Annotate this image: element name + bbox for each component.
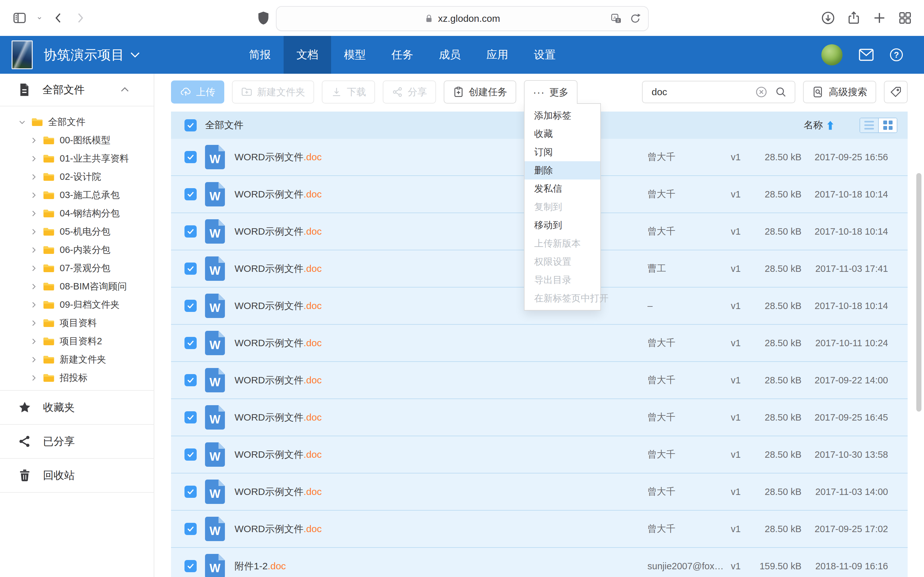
sidebar-dropdown-icon[interactable] [36,15,43,21]
row-checkbox[interactable] [184,560,197,572]
chevron-right-icon[interactable] [29,319,38,327]
file-row[interactable]: W WORD示例文件.doc 曾大千 v1 28.50 kB 2017-09-2… [171,511,908,548]
chevron-right-icon[interactable] [29,210,38,218]
privacy-shield-icon[interactable] [255,10,271,26]
create-task-button[interactable]: 创建任务 [444,81,516,103]
chevron-down-icon[interactable] [18,118,26,126]
file-row[interactable]: W WORD示例文件.doc 曾大千 v1 28.50 kB 2017-10-1… [171,325,908,362]
upload-button[interactable]: 上传 [171,81,224,103]
sidebar-toggle-icon[interactable] [12,11,27,25]
menu-item[interactable]: 添加标签 [525,106,600,125]
tree-folder-item[interactable]: 招投标 [0,369,153,387]
chevron-right-icon[interactable] [29,264,38,272]
file-row[interactable]: W WORD示例文件.doc 曾大千 v1 28.50 kB 2017-11-0… [171,474,908,511]
search-input[interactable] [643,86,755,98]
file-row[interactable]: W WORD示例文件.doc 曾大千 v1 28.50 kB 2017-09-2… [171,362,908,399]
translate-icon[interactable]: A文 [610,13,622,24]
clear-search-icon[interactable] [755,85,768,98]
tree-folder-item[interactable]: 03-施工总承包 [0,186,153,204]
download-button[interactable]: 下载 [322,81,375,103]
menu-item[interactable]: 在新标签页中打开 [525,289,600,308]
user-avatar[interactable] [821,44,843,65]
grid-view-button[interactable] [879,118,897,132]
chevron-up-icon[interactable] [119,84,131,95]
chevron-right-icon[interactable] [29,356,38,364]
tree-folder-item[interactable]: 新建文件夹 [0,350,153,369]
tree-folder-item[interactable]: 01-业主共享资料 [0,149,153,168]
nav-tab[interactable]: 任务 [379,36,426,74]
row-checkbox[interactable] [184,188,197,200]
menu-item[interactable]: 导出目录 [525,271,600,289]
page-scrollbar-thumb[interactable] [916,173,921,412]
tree-root-all-files[interactable]: 全部文件 [0,113,153,131]
chevron-right-icon[interactable] [29,136,38,145]
file-row[interactable]: W 附件1-2.doc sunjie2007@foxmai... v1 159.… [171,548,908,577]
chevron-right-icon[interactable] [29,155,38,163]
nav-tab[interactable]: 成员 [426,36,473,74]
tree-folder-item[interactable]: 项目资料 [0,314,153,332]
tree-folder-item[interactable]: 06-内装分包 [0,241,153,259]
sidebar-item-shared[interactable]: 已分享 [0,424,153,458]
row-checkbox[interactable] [184,374,197,386]
sidebar-section-all-files[interactable]: 全部文件 [0,74,153,106]
row-checkbox[interactable] [184,263,197,275]
search-icon[interactable] [775,86,787,98]
sort-control[interactable]: 名称 [804,119,834,132]
tree-folder-item[interactable]: 项目资料2 [0,332,153,350]
menu-item[interactable]: 权限设置 [525,253,600,271]
tree-folder-item[interactable]: 00-图纸模型 [0,131,153,149]
nav-tab[interactable]: 设置 [521,36,569,74]
help-icon[interactable]: ? [890,48,903,61]
downloads-icon[interactable] [821,11,835,25]
select-all-checkbox[interactable] [184,119,197,131]
reload-icon[interactable] [630,13,641,24]
tree-folder-item[interactable]: 04-钢结构分包 [0,204,153,222]
chevron-right-icon[interactable] [29,374,38,382]
tag-filter-button[interactable] [884,81,908,103]
sidebar-item-recycle[interactable]: 回收站 [0,458,153,493]
row-checkbox[interactable] [184,523,197,535]
menu-item[interactable]: 上传新版本 [525,234,600,253]
chevron-right-icon[interactable] [29,173,38,181]
row-checkbox[interactable] [184,486,197,498]
new-folder-button[interactable]: 新建文件夹 [232,81,314,103]
chevron-right-icon[interactable] [29,246,38,254]
chevron-right-icon[interactable] [29,282,38,291]
chevron-right-icon[interactable] [29,301,38,309]
chevron-right-icon[interactable] [29,227,38,236]
nav-tab[interactable]: 简报 [236,36,284,74]
row-checkbox[interactable] [184,337,197,349]
nav-tab[interactable]: 应用 [473,36,521,74]
nav-tab[interactable]: 文档 [284,36,331,74]
tree-folder-item[interactable]: 07-景观分包 [0,259,153,277]
row-checkbox[interactable] [184,448,197,461]
advanced-search-button[interactable]: 高级搜索 [803,81,876,103]
more-button[interactable]: 更多 [524,80,577,104]
menu-item[interactable]: 订阅 [525,143,600,161]
share-button[interactable]: 分享 [383,81,436,103]
share-icon[interactable] [846,11,861,25]
row-checkbox[interactable] [184,226,197,237]
row-checkbox[interactable] [184,411,197,424]
row-checkbox[interactable] [184,300,197,312]
menu-item[interactable]: 移动到 [525,216,600,234]
menu-item[interactable]: 复制到 [525,198,600,216]
messages-icon[interactable] [859,48,874,61]
nav-tab[interactable]: 模型 [331,36,379,74]
menu-item[interactable]: 删除 [525,161,600,179]
row-checkbox[interactable] [184,151,197,163]
forward-button[interactable] [74,11,87,24]
tree-folder-item[interactable]: 08-BIM咨询顾问 [0,277,153,295]
file-row[interactable]: W WORD示例文件.doc 曾大千 v1 28.50 kB 2017-10-3… [171,436,908,474]
project-switcher[interactable]: 协筑演示项目 [44,46,140,64]
tab-overview-icon[interactable] [898,11,913,25]
tree-folder-item[interactable]: 09-归档文件夹 [0,295,153,314]
tree-folder-item[interactable]: 02-设计院 [0,168,153,186]
menu-item[interactable]: 发私信 [525,179,600,198]
list-view-button[interactable] [860,118,879,132]
new-tab-icon[interactable] [872,11,887,25]
sidebar-item-favorites[interactable]: 收藏夹 [0,390,153,424]
menu-item[interactable]: 收藏 [525,125,600,143]
chevron-right-icon[interactable] [29,337,38,346]
file-row[interactable]: W WORD示例文件.doc 曾大千 v1 28.50 kB 2017-09-2… [171,399,908,436]
